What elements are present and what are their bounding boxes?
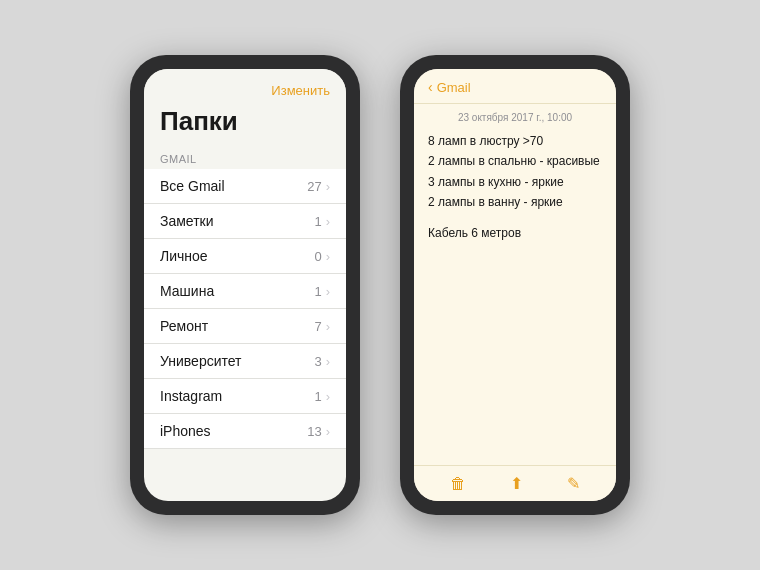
folder-count: 0 xyxy=(314,249,321,264)
folder-name: Все Gmail xyxy=(160,178,225,194)
folders-screen: Изменить Папки GMAIL Все Gmail 27 › Заме… xyxy=(144,69,346,501)
note-screen: ‹ Gmail 23 октября 2017 г., 10:00 8 ламп… xyxy=(414,69,616,501)
folder-name: Instagram xyxy=(160,388,222,404)
note-line: Кабель 6 метров xyxy=(428,223,602,243)
note-header: ‹ Gmail xyxy=(414,69,616,104)
chevron-right-icon: › xyxy=(326,389,330,404)
folders-title: Папки xyxy=(160,106,330,137)
chevron-right-icon: › xyxy=(326,179,330,194)
back-label[interactable]: Gmail xyxy=(437,80,471,95)
folder-count: 1 xyxy=(314,214,321,229)
chevron-right-icon: › xyxy=(326,424,330,439)
folder-item[interactable]: Личное 0 › xyxy=(144,239,346,274)
folder-item[interactable]: Университет 3 › xyxy=(144,344,346,379)
note-line: 2 лампы в спальню - красивые xyxy=(428,151,602,171)
trash-icon[interactable]: 🗑 xyxy=(450,475,466,493)
left-phone: Изменить Папки GMAIL Все Gmail 27 › Заме… xyxy=(130,55,360,515)
note-line: 8 ламп в люстру >70 xyxy=(428,131,602,151)
folder-count: 7 xyxy=(314,319,321,334)
folder-count: 3 xyxy=(314,354,321,369)
note-gap xyxy=(428,213,602,223)
folder-count: 27 xyxy=(307,179,321,194)
folder-list: Все Gmail 27 › Заметки 1 › Личное 0 › Ма… xyxy=(144,169,346,501)
folder-item[interactable]: Заметки 1 › xyxy=(144,204,346,239)
note-line: 3 лампы в кухню - яркие xyxy=(428,172,602,192)
edit-button[interactable]: Изменить xyxy=(271,83,330,98)
folder-count-row: 1 › xyxy=(314,284,330,299)
right-phone: ‹ Gmail 23 октября 2017 г., 10:00 8 ламп… xyxy=(400,55,630,515)
folder-count-row: 1 › xyxy=(314,389,330,404)
chevron-right-icon: › xyxy=(326,319,330,334)
folder-count: 1 xyxy=(314,284,321,299)
folder-count-row: 0 › xyxy=(314,249,330,264)
note-line: 2 лампы в ванну - яркие xyxy=(428,192,602,212)
folder-count-row: 3 › xyxy=(314,354,330,369)
folders-header: Изменить xyxy=(144,69,346,104)
folder-count: 13 xyxy=(307,424,321,439)
folder-count: 1 xyxy=(314,389,321,404)
folder-count-row: 27 › xyxy=(307,179,330,194)
chevron-right-icon: › xyxy=(326,249,330,264)
folder-count-row: 13 › xyxy=(307,424,330,439)
folder-name: Заметки xyxy=(160,213,214,229)
folder-name: Личное xyxy=(160,248,208,264)
chevron-right-icon: › xyxy=(326,354,330,369)
folder-name: Университет xyxy=(160,353,241,369)
folder-name: iPhones xyxy=(160,423,211,439)
folder-item[interactable]: Машина 1 › xyxy=(144,274,346,309)
note-date: 23 октября 2017 г., 10:00 xyxy=(414,104,616,127)
folder-name: Ремонт xyxy=(160,318,208,334)
folder-count-row: 1 › xyxy=(314,214,330,229)
folder-item[interactable]: Instagram 1 › xyxy=(144,379,346,414)
folder-item[interactable]: Ремонт 7 › xyxy=(144,309,346,344)
folder-item[interactable]: iPhones 13 › xyxy=(144,414,346,449)
back-icon: ‹ xyxy=(428,79,433,95)
folder-item[interactable]: Все Gmail 27 › xyxy=(144,169,346,204)
note-content: 8 ламп в люстру >702 лампы в спальню - к… xyxy=(414,127,616,465)
share-icon[interactable]: ⬆ xyxy=(510,474,523,493)
note-toolbar: 🗑 ⬆ ✎ xyxy=(414,465,616,501)
folders-title-row: Папки xyxy=(144,104,346,145)
compose-icon[interactable]: ✎ xyxy=(567,474,580,493)
section-label: GMAIL xyxy=(144,145,346,169)
chevron-right-icon: › xyxy=(326,284,330,299)
folder-count-row: 7 › xyxy=(314,319,330,334)
folder-name: Машина xyxy=(160,283,214,299)
chevron-right-icon: › xyxy=(326,214,330,229)
